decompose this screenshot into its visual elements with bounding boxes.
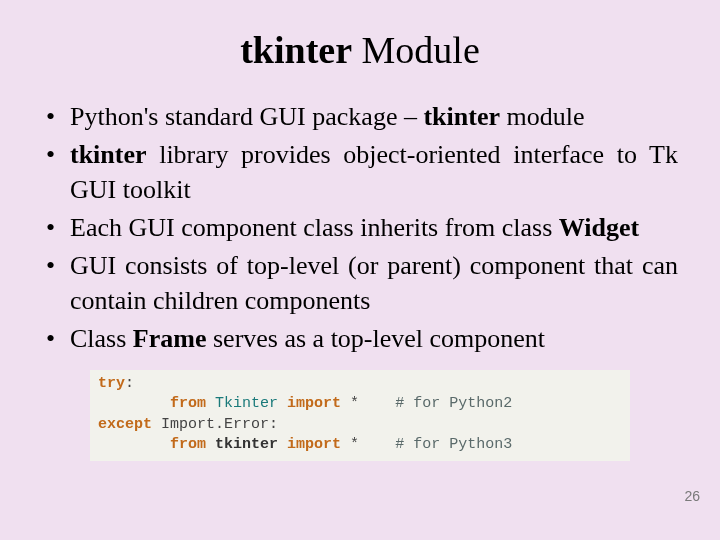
bullet-5-post: serves as a top-level component [206,324,545,353]
code-comment-2: # for Python3 [395,436,512,453]
bullet-4-text: GUI consists of top-level (or parent) co… [70,251,678,314]
title-bold: tkinter [240,29,352,71]
code-from-2: from [170,436,206,453]
code-comment-1: # for Python2 [395,395,512,412]
bullet-5-bold: Frame [133,324,207,353]
bullet-3-bold: Widget [559,213,639,242]
bullet-3: Each GUI component class inherits from c… [42,211,678,245]
bullet-1-post: module [500,102,585,131]
bullet-2-bold: tkinter [70,140,147,169]
bullet-2: tkinter library provides object-oriented… [42,138,678,207]
bullet-1-pre: Python's standard GUI package – [70,102,423,131]
page-number: 26 [684,488,700,504]
code-mod-1: Tkinter [215,395,278,412]
code-mod-2: tkinter [215,436,278,453]
code-star-2: * [341,436,359,453]
title-rest: Module [352,29,480,71]
slide-title: tkinter Module [42,28,678,72]
code-except-err: Import.Error: [152,416,278,433]
code-star-1: * [341,395,359,412]
code-except: except [98,416,152,433]
code-try-colon: : [125,375,134,392]
code-block: try: from Tkinter import * # for Python2… [90,370,630,461]
bullet-5: Class Frame serves as a top-level compon… [42,322,678,356]
bullet-2-post: library provides object-oriented interfa… [70,140,678,203]
code-import-2: import [287,436,341,453]
code-try: try [98,375,125,392]
bullet-5-pre: Class [70,324,133,353]
bullet-4: GUI consists of top-level (or parent) co… [42,249,678,318]
slide: tkinter Module Python's standard GUI pac… [0,0,720,540]
bullet-list: Python's standard GUI package – tkinter … [42,100,678,356]
code-from-1: from [170,395,206,412]
code-import-1: import [287,395,341,412]
bullet-3-pre: Each GUI component class inherits from c… [70,213,559,242]
bullet-1: Python's standard GUI package – tkinter … [42,100,678,134]
bullet-1-bold: tkinter [423,102,500,131]
